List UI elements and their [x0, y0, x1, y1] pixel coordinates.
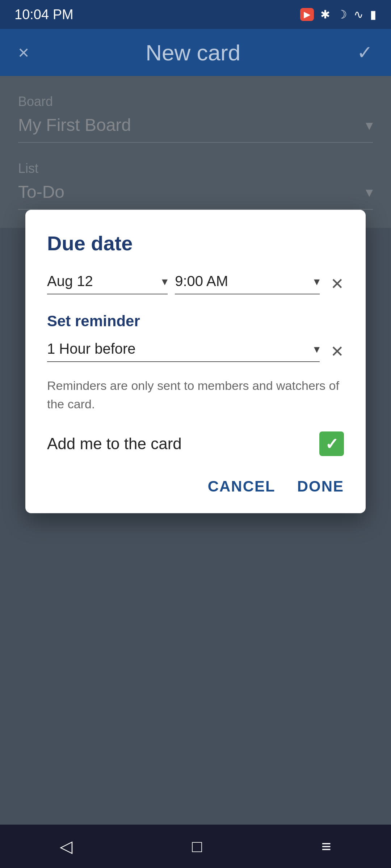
- time-arrow-icon: ▾: [314, 275, 320, 288]
- dialog-buttons: CANCEL DONE: [47, 478, 344, 495]
- close-button[interactable]: ×: [18, 42, 29, 63]
- datetime-clear-button[interactable]: ✕: [331, 275, 344, 293]
- reminder-info-text: Reminders are only sent to members and w…: [47, 376, 344, 413]
- bluetooth-icon: ✱: [320, 8, 330, 21]
- done-button[interactable]: DONE: [297, 478, 344, 495]
- video-recording-icon: ▶: [300, 8, 314, 21]
- status-time: 10:04 PM: [14, 7, 73, 22]
- time-value: 9:00 AM: [175, 273, 228, 289]
- reminder-label: Set reminder: [47, 312, 344, 330]
- reminder-clear-button[interactable]: ✕: [331, 342, 344, 361]
- back-button[interactable]: ◁: [60, 837, 72, 856]
- cancel-button[interactable]: CANCEL: [208, 478, 276, 495]
- checkmark-icon: ✓: [325, 435, 339, 453]
- time-select[interactable]: 9:00 AM ▾: [175, 273, 320, 294]
- home-button[interactable]: □: [192, 837, 202, 856]
- add-me-checkbox[interactable]: ✓: [319, 431, 344, 456]
- app-header: × New card ✓: [0, 29, 391, 76]
- datetime-row: Aug 12 ▾ 9:00 AM ▾ ✕: [47, 273, 344, 294]
- reminder-value: 1 Hour before: [47, 341, 136, 357]
- date-arrow-icon: ▾: [162, 275, 168, 288]
- dialog-title: Due date: [47, 231, 344, 255]
- reminder-select-row: 1 Hour before ▾ ✕: [47, 341, 344, 362]
- add-me-row: Add me to the card ✓: [47, 431, 344, 456]
- reminder-arrow-icon: ▾: [314, 342, 320, 356]
- date-value: Aug 12: [47, 273, 93, 289]
- page-title: New card: [146, 40, 240, 65]
- date-select[interactable]: Aug 12 ▾: [47, 273, 168, 294]
- due-date-dialog: Due date Aug 12 ▾ 9:00 AM ▾ ✕ Set remind…: [25, 210, 366, 513]
- navigation-bar: ◁ □ ≡: [0, 825, 391, 868]
- add-me-label: Add me to the card: [47, 435, 182, 453]
- reminder-select[interactable]: 1 Hour before ▾: [47, 341, 320, 362]
- confirm-button[interactable]: ✓: [357, 42, 373, 63]
- status-icons: ▶ ✱ ☽ ∿ ▮: [300, 8, 377, 21]
- battery-icon: ▮: [370, 8, 377, 21]
- moon-icon: ☽: [337, 8, 347, 21]
- wifi-icon: ∿: [354, 8, 363, 21]
- menu-button[interactable]: ≡: [321, 837, 331, 856]
- status-bar: 10:04 PM ▶ ✱ ☽ ∿ ▮: [0, 0, 391, 29]
